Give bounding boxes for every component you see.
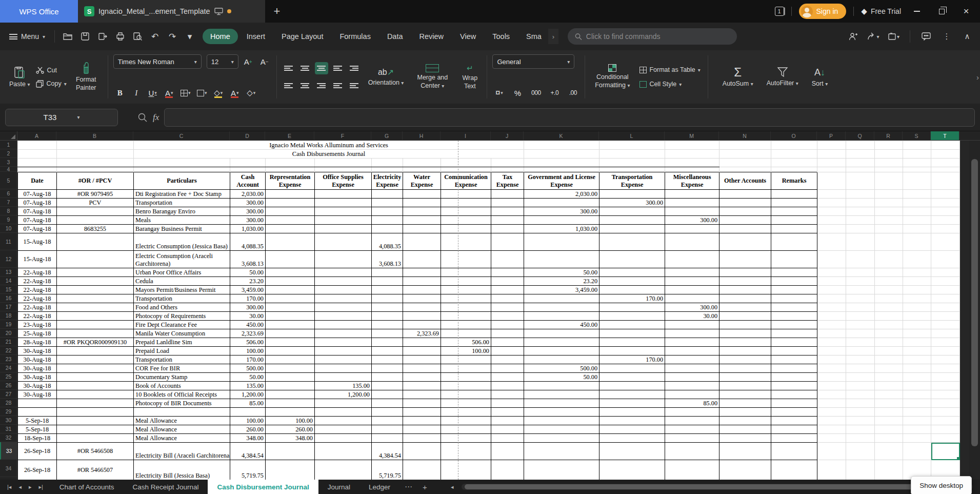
cell-M24[interactable] — [665, 364, 719, 373]
cell-C4[interactable] — [134, 167, 230, 172]
cell-G18[interactable] — [372, 312, 403, 321]
cell-A26[interactable]: 30-Aug-18 — [18, 382, 57, 390]
cell-Q24[interactable] — [846, 364, 875, 373]
cell-O9[interactable] — [771, 216, 817, 225]
cell-R31[interactable] — [875, 425, 903, 434]
cell-N22[interactable] — [719, 347, 771, 355]
cell-T4[interactable] — [931, 167, 960, 172]
cell-L17[interactable] — [599, 303, 665, 312]
cell-B2[interactable] — [57, 150, 134, 159]
cell-G6[interactable] — [372, 190, 403, 199]
cell-F26[interactable]: 135.00 — [315, 382, 372, 390]
cell-M33[interactable] — [665, 443, 719, 460]
cell-T29[interactable] — [931, 408, 960, 417]
cell-Q4[interactable] — [846, 167, 875, 172]
cell-E26[interactable] — [266, 382, 315, 390]
cell-R13[interactable] — [875, 268, 903, 277]
col-title-L[interactable]: Transportation Expense — [599, 172, 665, 190]
cell-J34[interactable] — [491, 460, 524, 480]
cell-Q22[interactable] — [846, 347, 875, 355]
cell-A28[interactable] — [18, 399, 57, 408]
restore-button[interactable] — [933, 4, 950, 19]
cell-Q21[interactable] — [846, 338, 875, 347]
cell-D3[interactable] — [230, 159, 266, 167]
cell-L13[interactable] — [599, 268, 665, 277]
cell-I31[interactable] — [441, 425, 491, 434]
cell-A14[interactable]: 22-Aug-18 — [18, 277, 57, 286]
cell-F30[interactable] — [315, 417, 372, 425]
cell-Q5[interactable] — [846, 172, 875, 190]
row-header-20[interactable]: 20 — [0, 329, 17, 338]
cell-C32[interactable]: Meal Allowance — [134, 434, 230, 443]
cell-O30[interactable] — [771, 417, 817, 425]
customize-toolbar-caret-icon[interactable]: ▾ — [182, 29, 197, 44]
row-header-15[interactable]: 15 — [0, 285, 17, 294]
cell-H20[interactable]: 2,323.69 — [403, 329, 441, 338]
cell-I20[interactable] — [441, 329, 491, 338]
cell-C18[interactable]: Photocopy of Requirements — [134, 312, 230, 321]
font-size-select[interactable]: 12 ▾ — [207, 54, 238, 69]
cell-T1[interactable] — [931, 141, 960, 150]
cell-N27[interactable] — [719, 390, 771, 399]
cell-C34[interactable]: Electricity Bill (Jessica Basa) — [134, 460, 230, 480]
cell-F31[interactable] — [315, 425, 372, 434]
cell-R33[interactable] — [875, 443, 903, 460]
cell-G32[interactable] — [372, 434, 403, 443]
cell-B27[interactable] — [57, 390, 134, 399]
cell-G13[interactable] — [372, 268, 403, 277]
cell-T9[interactable] — [931, 216, 960, 225]
cell-M21[interactable] — [665, 338, 719, 347]
cell-J33[interactable] — [491, 443, 524, 460]
cell-J30[interactable] — [491, 417, 524, 425]
cell-L26[interactable] — [599, 382, 665, 390]
cell-K17[interactable] — [524, 303, 599, 312]
cell-C12[interactable]: Electric Consumption (Araceli Garchitore… — [134, 251, 230, 268]
cell-C9[interactable]: Meals — [134, 216, 230, 225]
cell-L31[interactable] — [599, 425, 665, 434]
row-header-2[interactable]: 2 — [0, 149, 17, 158]
cell-M26[interactable] — [665, 382, 719, 390]
cell-R12[interactable] — [875, 251, 903, 268]
cell-B23[interactable] — [57, 355, 134, 364]
cell-M18[interactable]: 30.00 — [665, 312, 719, 321]
ribbon-tab-tools[interactable]: Tools — [485, 29, 517, 44]
cell-P30[interactable] — [817, 417, 846, 425]
cell-S4[interactable] — [903, 167, 931, 172]
cell-P26[interactable] — [817, 382, 846, 390]
cell-N26[interactable] — [719, 382, 771, 390]
cell-I24[interactable] — [441, 364, 491, 373]
row-header-14[interactable]: 14 — [0, 276, 17, 285]
cell-I9[interactable] — [441, 216, 491, 225]
cell-E23[interactable] — [266, 355, 315, 364]
cell-S23[interactable] — [903, 355, 931, 364]
cell-D9[interactable]: 300.00 — [230, 216, 266, 225]
cell-O11[interactable] — [771, 233, 817, 251]
cell-L24[interactable] — [599, 364, 665, 373]
cell-F20[interactable] — [315, 329, 372, 338]
cell-G26[interactable] — [372, 382, 403, 390]
cell-Q17[interactable] — [846, 303, 875, 312]
cell-D30[interactable]: 100.00 — [230, 417, 266, 425]
cell-H6[interactable] — [403, 190, 441, 199]
cell-L15[interactable] — [599, 286, 665, 294]
cell-J25[interactable] — [491, 373, 524, 382]
cell-D31[interactable]: 260.00 — [230, 425, 266, 434]
cell-S11[interactable] — [903, 233, 931, 251]
align-left-button[interactable] — [282, 80, 295, 92]
cell-L11[interactable] — [599, 233, 665, 251]
cell-N2[interactable] — [719, 150, 771, 159]
cell-T7[interactable] — [931, 199, 960, 207]
cell-D11[interactable]: 4,088.35 — [230, 233, 266, 251]
cell-K32[interactable] — [524, 434, 599, 443]
cell-L25[interactable] — [599, 373, 665, 382]
sheet-tab-cash-receipt-journal[interactable]: Cash Receipt Journal — [123, 480, 208, 494]
cell-O4[interactable] — [771, 167, 817, 172]
cell-E16[interactable] — [266, 294, 315, 303]
cell-O16[interactable] — [771, 294, 817, 303]
cell-N16[interactable] — [719, 294, 771, 303]
cell-L8[interactable] — [599, 207, 665, 216]
row-header-10[interactable]: 10 — [0, 224, 17, 233]
merge-center-button[interactable]: Merge and Center ▾ — [411, 63, 454, 91]
sheet-title-2[interactable]: Cash Disbursements Journal — [134, 150, 524, 159]
cell-C15[interactable]: Mayors Permit/Business Permit — [134, 286, 230, 294]
